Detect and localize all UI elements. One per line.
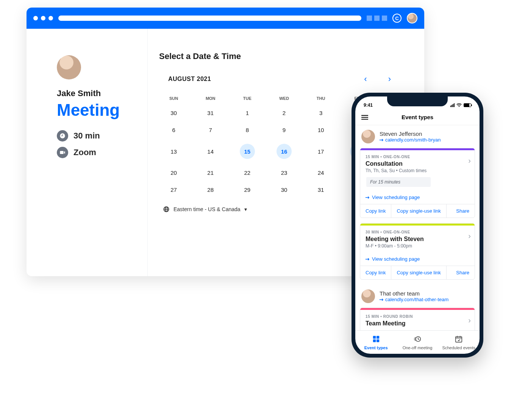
calendar-day[interactable]: 3 bbox=[303, 104, 339, 121]
location-label: Zoom bbox=[73, 148, 96, 157]
external-link-icon: ↗ bbox=[378, 136, 385, 143]
external-link-icon: ↗ bbox=[378, 296, 385, 303]
menu-button[interactable] bbox=[361, 115, 368, 120]
calendar-day[interactable]: 22 bbox=[229, 164, 266, 181]
calendar-day[interactable]: 15 bbox=[229, 138, 266, 164]
phone-notch bbox=[387, 96, 448, 106]
browser-extensions[interactable] bbox=[367, 16, 387, 21]
video-icon bbox=[57, 147, 68, 158]
profile-link[interactable]: ↗calendly.com/smith-bryan bbox=[380, 137, 441, 143]
calendar-header: AUGUST 2021 ‹ › bbox=[148, 73, 405, 86]
calendar-day[interactable]: 17 bbox=[303, 138, 339, 164]
host-name: Jake Smith bbox=[57, 89, 135, 98]
profile-link[interactable]: ↗calendly.com/that-other-team bbox=[380, 297, 448, 302]
svg-rect-3 bbox=[377, 339, 379, 342]
signal-icon bbox=[450, 103, 455, 107]
tab-label: Scheduled events bbox=[442, 345, 475, 350]
calendar-month-label: AUGUST 2021 bbox=[168, 76, 211, 82]
card-meta: 15 MIN • ONE-ON-ONE bbox=[366, 155, 469, 159]
clock-icon bbox=[57, 130, 68, 142]
view-scheduling-link[interactable]: ↗View scheduling page bbox=[360, 252, 475, 266]
card-action-button[interactable]: Copy link bbox=[360, 266, 391, 279]
weekday-header: THU bbox=[303, 92, 339, 104]
calendar-day[interactable]: 8 bbox=[229, 121, 266, 138]
weekday-header: TUE bbox=[229, 92, 266, 104]
svg-rect-5 bbox=[456, 336, 462, 342]
chevron-down-icon: ▾ bbox=[244, 206, 247, 212]
card-note[interactable]: For 15 minutes bbox=[366, 177, 431, 187]
weekday-header: WED bbox=[266, 92, 302, 104]
bottom-tabs: Event typesOne-off meetingScheduled even… bbox=[355, 330, 480, 354]
card-subtitle: M-F • 9:00am - 5:00pm bbox=[366, 243, 469, 249]
duration-label: 30 min bbox=[73, 131, 100, 141]
tab-icon bbox=[372, 335, 380, 344]
tab-label: One-off meeting bbox=[403, 345, 433, 350]
calendar-day: 30 bbox=[155, 104, 192, 121]
globe-icon bbox=[163, 206, 170, 213]
battery-icon bbox=[464, 103, 471, 107]
card-action-button[interactable]: Copy link bbox=[360, 204, 391, 218]
calendar-day[interactable]: 30 bbox=[266, 181, 302, 198]
phone-title: Event types bbox=[402, 114, 433, 120]
phone-content[interactable]: Steven Jefferson ↗calendly.com/smith-bry… bbox=[355, 125, 480, 330]
team-avatar bbox=[361, 289, 375, 303]
tab-scheduled-events[interactable]: Scheduled events bbox=[438, 331, 480, 354]
calendar-day[interactable]: 29 bbox=[229, 181, 266, 198]
calendar-day[interactable]: 23 bbox=[266, 164, 302, 181]
phone-header: Event types bbox=[355, 112, 480, 125]
event-type-card[interactable]: › 30 MIN • ONE-ON-ONE Meeting with Steve… bbox=[360, 223, 475, 280]
browser-chrome: C bbox=[27, 8, 424, 29]
calendly-badge-icon[interactable]: C bbox=[392, 14, 402, 23]
url-bar[interactable] bbox=[58, 16, 361, 21]
calendar-day[interactable]: 7 bbox=[192, 121, 229, 138]
card-action-button[interactable]: Share bbox=[451, 204, 475, 218]
team-avatar bbox=[361, 130, 375, 143]
prev-month-button[interactable]: ‹ bbox=[361, 73, 370, 86]
calendar-day: 20 bbox=[155, 164, 192, 181]
card-subtitle: Th, Th, Sa, Su • Custom times bbox=[366, 168, 469, 173]
card-actions: Copy linkCopy single-use linkShare bbox=[360, 204, 475, 218]
profile-row[interactable]: That other team ↗calendly.com/that-other… bbox=[355, 285, 480, 308]
phone-device: 9:41 Event types Steven Jefferson ↗calen… bbox=[352, 93, 483, 358]
calendar-day[interactable]: 16 bbox=[266, 138, 302, 164]
card-action-button[interactable]: Copy single-use link bbox=[391, 266, 446, 279]
view-scheduling-link[interactable]: ↗View scheduling page bbox=[360, 191, 475, 204]
duration-row: 30 min bbox=[57, 130, 135, 142]
calendar-day[interactable]: 21 bbox=[192, 164, 229, 181]
window-controls[interactable] bbox=[33, 16, 53, 20]
tab-event-types[interactable]: Event types bbox=[355, 331, 397, 354]
profile-name: That other team bbox=[380, 290, 448, 297]
profile-name: Steven Jefferson bbox=[380, 131, 441, 137]
profile-row[interactable]: Steven Jefferson ↗calendly.com/smith-bry… bbox=[355, 125, 480, 148]
calendar-day[interactable]: 2 bbox=[266, 104, 302, 121]
calendar-day[interactable]: 28 bbox=[192, 181, 229, 198]
card-actions: Copy linkCopy single-use linkShare bbox=[360, 266, 475, 279]
wifi-icon bbox=[456, 103, 462, 107]
calendar-day[interactable]: 1 bbox=[229, 104, 266, 121]
chevron-right-icon: › bbox=[468, 156, 471, 165]
calendar-day[interactable]: 9 bbox=[266, 121, 302, 138]
calendar-day[interactable]: 14 bbox=[192, 138, 229, 164]
calendar-day[interactable]: 31 bbox=[303, 181, 339, 198]
host-avatar bbox=[57, 55, 81, 79]
card-action-button[interactable]: Share bbox=[451, 266, 475, 279]
card-action-button[interactable]: Copy single-use link bbox=[391, 204, 446, 218]
tab-icon bbox=[455, 335, 463, 344]
calendar-day[interactable]: 6 bbox=[155, 121, 192, 138]
calendar-day[interactable]: 10 bbox=[303, 121, 339, 138]
tab-one-off-meeting[interactable]: One-off meeting bbox=[397, 331, 438, 354]
card-title: Team Meeting bbox=[366, 320, 469, 327]
tab-icon bbox=[413, 335, 422, 344]
tab-label: Event types bbox=[364, 345, 388, 350]
event-type-card[interactable]: › 15 MIN • ROUND ROBIN Team Meeting bbox=[360, 308, 475, 330]
next-month-button[interactable]: › bbox=[385, 73, 394, 86]
card-title: Meeting with Steven bbox=[366, 236, 469, 243]
profile-avatar[interactable] bbox=[407, 13, 417, 23]
calendar-day[interactable]: 24 bbox=[303, 164, 339, 181]
chevron-right-icon: › bbox=[468, 232, 471, 240]
calendar-day: 13 bbox=[155, 138, 192, 164]
booking-sidebar: Jake Smith Meeting 30 min Zoom bbox=[27, 29, 148, 276]
calendar-day: 31 bbox=[192, 104, 229, 121]
event-type-card[interactable]: › 15 MIN • ONE-ON-ONE ConsultationTh, Th… bbox=[360, 148, 475, 218]
card-meta: 30 MIN • ONE-ON-ONE bbox=[366, 230, 469, 234]
